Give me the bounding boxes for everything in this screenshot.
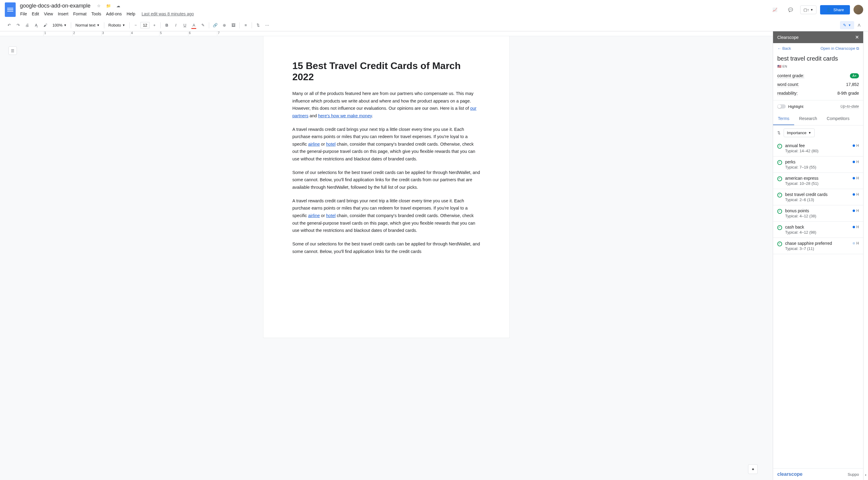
terms-list[interactable]: annual fee H Typical: 14–42 (80) perks H… (773, 140, 863, 468)
more-button[interactable]: ⋯ (263, 21, 271, 30)
spellcheck-button[interactable]: Ą (32, 21, 40, 30)
underline-button[interactable]: U (181, 21, 189, 30)
trending-icon[interactable]: 📈 (769, 4, 781, 16)
outline-toggle-button[interactable]: ☰ (8, 47, 17, 55)
menu-file[interactable]: File (18, 10, 29, 18)
menu-format[interactable]: Format (71, 10, 89, 18)
doc-paragraph[interactable]: A travel rewards credit card brings your… (292, 126, 480, 163)
doc-paragraph[interactable]: Some of our selections for the best trav… (292, 169, 480, 191)
term-name: american express (785, 176, 818, 181)
term-item[interactable]: american express H Typical: 10–28 (51) (773, 173, 863, 189)
share-label: Share (833, 7, 844, 12)
bold-button[interactable]: B (162, 21, 171, 30)
doc-paragraph[interactable]: Many or all of the products featured her… (292, 90, 480, 120)
print-button[interactable]: 🖨 (23, 21, 31, 30)
document-area[interactable]: 1 2 3 4 5 6 7 ☰ 15 Best Travel Credit Ca… (0, 31, 773, 480)
doc-link[interactable]: airline (308, 142, 320, 147)
menu-addons[interactable]: Add-ons (104, 10, 124, 18)
tab-terms[interactable]: Terms (773, 113, 794, 125)
cloud-icon[interactable]: ☁ (115, 3, 121, 9)
readability-label: readability: (777, 91, 798, 96)
share-button[interactable]: 👤 Share (820, 5, 850, 14)
document-title[interactable]: google-docs-add-on-example (18, 2, 92, 10)
term-item[interactable]: chase sapphire preferred H Typical: 3–7 … (773, 238, 863, 254)
ruler[interactable]: 1 2 3 4 5 6 7 (0, 31, 773, 36)
term-item[interactable]: best travel credit cards H Typical: 2–6 … (773, 189, 863, 205)
fontsize-decrease[interactable]: − (131, 21, 140, 30)
text-color-button[interactable]: A (190, 21, 198, 30)
wordcount-value: 17,852 (846, 82, 859, 87)
close-icon[interactable]: ✕ (855, 34, 859, 40)
term-item[interactable]: bonus points H Typical: 4–12 (38) (773, 205, 863, 221)
docs-logo-icon[interactable] (5, 2, 16, 17)
term-item[interactable]: perks H Typical: 7–19 (55) (773, 156, 863, 173)
zoom-select[interactable]: 100%▼ (50, 22, 69, 29)
term-item[interactable]: cash back H Typical: 4–12 (98) (773, 221, 863, 238)
readability-value: 8-9th grade (837, 91, 859, 96)
menu-insert[interactable]: Insert (56, 10, 70, 18)
present-button[interactable]: ▢↑ ▼ (800, 5, 816, 14)
star-icon[interactable]: ☆ (96, 3, 102, 9)
tab-competitors[interactable]: Competitors (822, 113, 854, 125)
comment-button[interactable]: ⊕ (220, 21, 228, 30)
sync-status: Up-to-date (841, 104, 859, 109)
editing-mode-button[interactable]: ✎ ▼ (840, 21, 854, 29)
doc-link[interactable]: hotel (326, 142, 336, 147)
last-edit-link[interactable]: Last edit was 8 minutes ago (142, 11, 194, 16)
font-select[interactable]: Roboto▼ (106, 22, 128, 29)
toolbar: ↶ ↷ 🖨 Ą 🖌 100%▼ Normal text▼ Roboto▼ − +… (0, 19, 868, 31)
term-name: annual fee (785, 143, 805, 148)
paint-format-button[interactable]: 🖌 (41, 21, 50, 30)
side-panel-toggle[interactable]: ‹ (863, 31, 868, 480)
style-select[interactable]: Normal text▼ (73, 22, 102, 29)
collapse-toolbar-button[interactable]: ᐱ (855, 21, 863, 30)
term-item[interactable]: annual fee H Typical: 14–42 (80) (773, 140, 863, 156)
doc-link[interactable]: airline (308, 213, 320, 218)
linespacing-button[interactable]: ⇅ (254, 21, 262, 30)
explore-button[interactable]: ✦ (748, 464, 758, 474)
term-typical: Typical: 10–28 (51) (785, 181, 859, 186)
italic-button[interactable]: I (172, 21, 180, 30)
fontsize-input[interactable] (141, 22, 150, 28)
comments-icon[interactable]: 💬 (784, 4, 797, 16)
doc-paragraph[interactable]: A travel rewards credit card brings your… (292, 197, 480, 234)
highlight-toggle[interactable] (777, 104, 786, 109)
ruler-mark: 4 (130, 31, 159, 36)
menu-help[interactable]: Help (124, 10, 137, 18)
sort-dropdown[interactable]: Importance ▼ (784, 128, 815, 137)
main-layout: 1 2 3 4 5 6 7 ☰ 15 Best Travel Credit Ca… (0, 31, 868, 480)
chevron-down-icon: ▼ (808, 131, 811, 134)
fontsize-increase[interactable]: + (150, 21, 158, 30)
term-badge: H (852, 192, 859, 197)
menu-edit[interactable]: Edit (30, 10, 41, 18)
support-link[interactable]: Suppo (847, 472, 859, 477)
present-icon: ▢↑ (804, 7, 809, 12)
sidebar-header: Clearscope ✕ (773, 31, 863, 43)
menu-tools[interactable]: Tools (89, 10, 103, 18)
term-badge: H (852, 144, 859, 148)
doc-h1[interactable]: 15 Best Travel Credit Cards of March 202… (292, 60, 480, 83)
align-button[interactable]: ≡ (241, 21, 250, 30)
sidebar-tabs: Terms Research Competitors (773, 113, 863, 125)
user-avatar[interactable] (854, 5, 863, 14)
report-title: best travel credit cards (773, 54, 863, 64)
open-external-link[interactable]: Open in Clearscope ⧉ (820, 46, 859, 51)
term-name: bonus points (785, 208, 809, 213)
clearscope-logo[interactable]: clearscope (777, 472, 803, 477)
doc-link[interactable]: hotel (326, 213, 336, 218)
redo-button[interactable]: ↷ (14, 21, 22, 30)
doc-link[interactable]: here's how we make money (318, 113, 372, 118)
move-icon[interactable]: 📁 (105, 3, 112, 9)
doc-paragraph[interactable]: Some of our selections for the best trav… (292, 240, 480, 255)
document-page[interactable]: 15 Best Travel Credit Cards of March 202… (264, 36, 509, 338)
check-icon (777, 160, 782, 165)
tab-research[interactable]: Research (794, 113, 822, 125)
link-button[interactable]: 🔗 (211, 21, 219, 30)
back-link[interactable]: ← Back (777, 46, 791, 51)
menu-view[interactable]: View (42, 10, 55, 18)
sidebar-title: Clearscope (777, 35, 799, 40)
highlight-button[interactable]: ✎ (198, 21, 207, 30)
report-language: 🇺🇸 EN (773, 64, 863, 71)
undo-button[interactable]: ↶ (5, 21, 13, 30)
image-button[interactable]: 🖼 (229, 21, 238, 30)
